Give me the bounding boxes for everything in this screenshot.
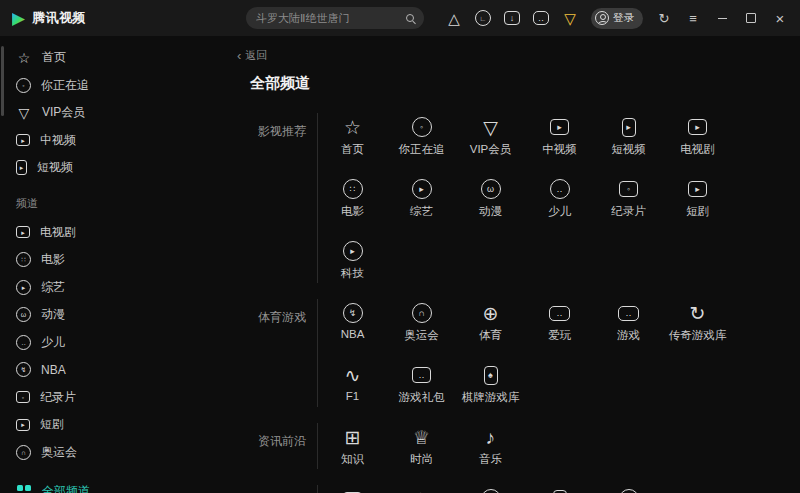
channel-item-tech[interactable]: ▸科技 [318, 229, 387, 291]
channel-item-school[interactable]: ≡学堂 [318, 477, 387, 493]
sidebar-item-watching-eye[interactable]: ◦你正在追 [0, 72, 112, 100]
channel-item-watching-eye[interactable]: ◦你正在追 [387, 105, 456, 167]
channel-item-anime[interactable]: ω动漫 [456, 167, 525, 229]
sections: 影视推荐☆首页◦你正在追▽VIP会员▸中视频▸短视频▸电视剧∷电影▸综艺ω动漫‥… [258, 105, 800, 493]
channel-item-label: 电影 [341, 204, 364, 219]
channel-item-health[interactable]: ▸健康养生 [456, 477, 525, 493]
watching-eye-icon: ◦ [16, 78, 31, 93]
channel-item-short-drama[interactable]: ▸短剧 [663, 167, 732, 229]
download-button[interactable]: ↓ [504, 11, 520, 25]
app-body: ☆首页◦你正在追▽VIP会员▸中视频▸短视频 频道 ▸电视剧∷电影▸综艺ω动漫‥… [0, 36, 800, 493]
search-icon[interactable] [406, 14, 414, 22]
titlebar: ▶ 腾讯视频 斗罗大陆Ⅱ绝世唐门 △∟↓‥▽ 登录 ↻≡× [0, 0, 800, 36]
short-video-icon: ▸ [16, 160, 27, 175]
sidebar-item-all-channels[interactable]: 全部频道 [0, 478, 112, 493]
tv-series-icon: ▸ [688, 119, 707, 135]
vip-icon: ▽ [483, 118, 498, 137]
life-icon: ☕ [413, 490, 430, 493]
sidebar-item-tv-series[interactable]: ▸电视剧 [0, 219, 112, 247]
gamepad-button[interactable]: ‥ [533, 11, 549, 25]
sidebar-item-short-drama[interactable]: ▸短剧 [0, 411, 112, 439]
trending-icon: △ [448, 11, 460, 26]
trending-button[interactable]: △ [446, 11, 462, 26]
refresh-button[interactable]: ↻ [656, 11, 672, 26]
channel-item-fashion[interactable]: ♕时尚 [387, 415, 456, 477]
section-items: ≡学堂☕生活▸健康养生∙育儿▸小说 [318, 477, 800, 493]
sidebar-item-label: 电影 [41, 251, 65, 268]
channel-item-label: 时尚 [410, 452, 433, 467]
page-title: 全部频道 [250, 74, 800, 93]
channel-item-variety[interactable]: ▸综艺 [387, 167, 456, 229]
channel-item-movie[interactable]: ∷电影 [318, 167, 387, 229]
history-button[interactable]: ∟ [475, 10, 491, 26]
movie-icon: ∷ [343, 179, 363, 199]
sidebar-item-home-star[interactable]: ☆首页 [0, 44, 112, 72]
main-content: ‹ 返回 全部频道 影视推荐☆首页◦你正在追▽VIP会员▸中视频▸短视频▸电视剧… [112, 36, 800, 493]
login-button[interactable]: 登录 [591, 8, 643, 29]
channel-item-novel[interactable]: ▸小说 [594, 477, 663, 493]
sidebar-item-nba[interactable]: ↯NBA [0, 356, 112, 384]
sidebar-scrollbar[interactable] [1, 46, 4, 116]
sidebar-item-vip[interactable]: ▽VIP会员 [0, 99, 112, 127]
channel-item-label: 知识 [341, 452, 364, 467]
search-input[interactable]: 斗罗大陆Ⅱ绝世唐门 [246, 7, 424, 29]
channel-item-short-video[interactable]: ▸短视频 [594, 105, 663, 167]
sidebar-item-documentary[interactable]: ◦纪录片 [0, 384, 112, 412]
menu-button[interactable]: ≡ [685, 11, 701, 26]
section-items: ↯NBA∩奥运会⊕体育‥爱玩‥游戏↻传奇游戏库∿F1‥游戏礼包♠棋牌游戏库 [318, 291, 800, 415]
watching-eye-icon: ◦ [412, 117, 432, 137]
channel-item-vip[interactable]: ▽VIP会员 [456, 105, 525, 167]
channel-item-knowledge[interactable]: ⊞知识 [318, 415, 387, 477]
gift-pack-icon: ‥ [412, 367, 431, 383]
channel-item-label: 游戏 [617, 328, 640, 343]
channel-item-home-star[interactable]: ☆首页 [318, 105, 387, 167]
titlebar-icons: △∟↓‥▽ [446, 10, 578, 26]
channel-item-f1[interactable]: ∿F1 [318, 353, 387, 415]
sidebar-item-movie[interactable]: ∷电影 [0, 246, 112, 274]
app-name: 腾讯视频 [32, 9, 86, 27]
sidebar-item-short-video[interactable]: ▸短视频 [0, 154, 112, 182]
sidebar-item-kids[interactable]: ‥少儿 [0, 329, 112, 357]
sidebar-item-olympics[interactable]: ∩奥运会 [0, 439, 112, 467]
vip-gold-button[interactable]: ▽ [562, 11, 578, 26]
maximize-button[interactable] [743, 13, 759, 23]
channel-item-music[interactable]: ♪音乐 [456, 415, 525, 477]
close-button[interactable]: × [772, 10, 788, 27]
cards-library-icon: ♠ [484, 366, 498, 385]
channel-item-tv-series[interactable]: ▸电视剧 [663, 105, 732, 167]
channel-item-label: 你正在追 [399, 142, 445, 157]
channel-item-game[interactable]: ‥游戏 [594, 291, 663, 353]
window-controls: ↻≡× [656, 10, 788, 27]
sidebar-item-label: 动漫 [41, 306, 65, 323]
channel-item-documentary[interactable]: ◦纪录片 [594, 167, 663, 229]
channel-item-life[interactable]: ☕生活 [387, 477, 456, 493]
home-star-icon: ☆ [344, 118, 361, 137]
channel-item-gamepad[interactable]: ‥爱玩 [525, 291, 594, 353]
channel-item-legend-library[interactable]: ↻传奇游戏库 [663, 291, 732, 353]
channel-item-mid-video[interactable]: ▸中视频 [525, 105, 594, 167]
brand[interactable]: ▶ 腾讯视频 [12, 9, 86, 27]
fashion-icon: ♕ [413, 428, 430, 447]
kids-icon: ‥ [550, 179, 570, 199]
channel-item-olympics[interactable]: ∩奥运会 [387, 291, 456, 353]
back-label: 返回 [245, 48, 267, 63]
anime-icon: ω [16, 307, 31, 322]
search-placeholder: 斗罗大陆Ⅱ绝世唐门 [256, 11, 406, 26]
back-button[interactable]: ‹ 返回 [237, 48, 267, 63]
sidebar-item-anime[interactable]: ω动漫 [0, 301, 112, 329]
sidebar-item-variety[interactable]: ▸综艺 [0, 274, 112, 302]
channel-item-gift-pack[interactable]: ‥游戏礼包 [387, 353, 456, 415]
minimize-button[interactable] [714, 18, 730, 19]
sidebar-item-label: 你正在追 [41, 77, 89, 94]
sidebar-item-mid-video[interactable]: ▸中视频 [0, 127, 112, 155]
channel-item-sports[interactable]: ⊕体育 [456, 291, 525, 353]
sidebar-item-label: 纪录片 [40, 389, 76, 406]
app-window: ▶ 腾讯视频 斗罗大陆Ⅱ绝世唐门 △∟↓‥▽ 登录 ↻≡× ☆首页◦你正在追▽V… [0, 0, 800, 493]
channel-item-kids[interactable]: ‥少儿 [525, 167, 594, 229]
channel-item-cards-library[interactable]: ♠棋牌游戏库 [456, 353, 525, 415]
channel-item-parenting[interactable]: ∙育儿 [525, 477, 594, 493]
download-icon: ↓ [504, 11, 520, 25]
channel-item-nba[interactable]: ↯NBA [318, 291, 387, 353]
sidebar-item-label: 少儿 [41, 334, 65, 351]
channel-item-label: 首页 [341, 142, 364, 157]
